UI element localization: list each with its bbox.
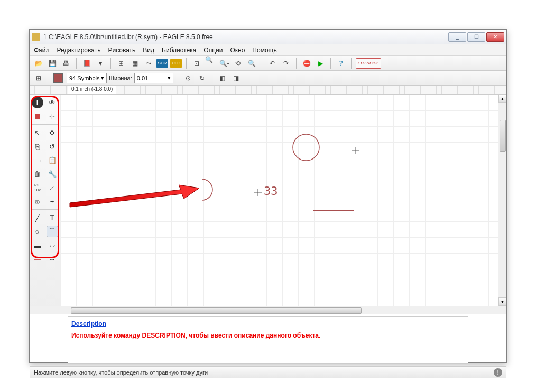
value-tool[interactable]: ⟋: [47, 182, 58, 193]
menu-window[interactable]: Окно: [230, 46, 245, 54]
style2-button[interactable]: ↻: [196, 72, 208, 84]
hscroll-row: [30, 306, 506, 314]
info-tool[interactable]: i: [32, 97, 43, 108]
status-bar: Нажмите левую кнопку, чтобы определить о…: [30, 366, 506, 378]
menu-bar: Файл Редактировать Рисовать Вид Библиоте…: [30, 44, 506, 56]
book-icon[interactable]: 📕: [81, 58, 93, 69]
drawing-canvas[interactable]: 33: [60, 95, 498, 306]
coordinate-display: 0.1 inch (-1.8 0.0): [68, 86, 116, 94]
action-toolbar: 📂 💾 🖶 📕 ▾ ⊞ ▦ ⤳ SCR ULC ⊡ 🔍+ 🔍- ⟲ 🔍 ↶ ↷ …: [30, 56, 506, 71]
scr-button[interactable]: SCR: [156, 59, 168, 68]
description-panel: Description Используйте команду DESCRIPT…: [68, 316, 468, 364]
layers-tool[interactable]: [32, 110, 43, 122]
status-info-icon[interactable]: !: [494, 368, 502, 377]
separator: [330, 58, 331, 69]
align-left-button[interactable]: ◧: [217, 72, 228, 84]
zoom-fit-button[interactable]: ⊡: [191, 58, 202, 69]
zoom-redraw-button[interactable]: ⟲: [232, 58, 244, 69]
hscroll-thumb[interactable]: [71, 307, 362, 314]
grid-button[interactable]: ⊞: [115, 58, 127, 69]
split-tool[interactable]: ÷: [47, 195, 58, 207]
name-tool[interactable]: R210k: [32, 182, 43, 193]
help-button[interactable]: ?: [335, 58, 347, 69]
print-button[interactable]: 🖶: [60, 58, 72, 69]
vertical-scrollbar[interactable]: ▲ ▼: [498, 95, 506, 306]
mark-tool[interactable]: ⊹: [47, 110, 58, 122]
window-controls: _ ☐ ✕: [448, 32, 504, 42]
width-value: 0.01: [137, 75, 148, 81]
show-tool[interactable]: 👁: [47, 97, 58, 108]
miter-tool[interactable]: ⟄: [32, 195, 43, 207]
canvas-svg: [60, 95, 498, 306]
ltc-spice-button[interactable]: LTC SPICE: [356, 58, 381, 69]
stop-button[interactable]: ⛔: [301, 58, 312, 69]
menu-draw[interactable]: Рисовать: [108, 46, 135, 54]
menu-help[interactable]: Помощь: [252, 46, 276, 54]
grid2-button[interactable]: ▦: [129, 58, 141, 69]
maximize-button[interactable]: ☐: [467, 32, 485, 42]
close-button[interactable]: ✕: [486, 32, 504, 42]
arc-tool[interactable]: ⌒: [47, 226, 58, 237]
layer-color-swatch[interactable]: [53, 73, 63, 83]
scroll-thumb[interactable]: [500, 120, 506, 152]
zoom-select-button[interactable]: 🔍: [246, 58, 257, 69]
layer-select[interactable]: 94 Symbols ▾: [67, 73, 107, 83]
separator: [49, 73, 49, 83]
polygon-tool[interactable]: ▱: [47, 239, 58, 251]
minimize-button[interactable]: _: [448, 32, 466, 42]
rect-tool[interactable]: ▬: [32, 239, 43, 251]
delete-tool[interactable]: 🗑: [32, 168, 43, 180]
dimension-tool[interactable]: ↔: [47, 253, 58, 265]
zoom-in-button[interactable]: 🔍+: [205, 58, 216, 69]
scroll-up-arrow[interactable]: ▲: [498, 95, 506, 103]
ruler: 0.1 inch (-1.8 0.0): [30, 86, 506, 95]
menu-library[interactable]: Библиотека: [162, 46, 196, 54]
horizontal-scrollbar[interactable]: [60, 306, 506, 314]
grid-toggle-button[interactable]: ⊞: [33, 72, 44, 84]
separator: [296, 58, 297, 69]
pin-tool[interactable]: —: [32, 253, 43, 265]
divider: [32, 124, 58, 125]
chevron-down-icon[interactable]: ▾: [95, 58, 106, 69]
parameter-toolbar: ⊞ 94 Symbols ▾ Ширина: 0.01 ▾ ⊙ ↻ ◧ ◨: [30, 71, 506, 86]
app-icon: [32, 33, 40, 41]
change-tool[interactable]: 🔧: [47, 168, 58, 180]
work-area: i 👁 ⊹ ↖ ✥ ⎘ ↺ ▭ 📋 🗑 🔧 R210k ⟋ ⟄ ÷: [30, 95, 506, 306]
undo-button[interactable]: ↶: [266, 58, 278, 69]
description-link[interactable]: Description: [71, 320, 465, 328]
wire-tool[interactable]: ╱: [32, 212, 43, 223]
group-tool[interactable]: ▭: [32, 154, 43, 166]
ulc-button[interactable]: ULC: [170, 59, 182, 68]
select-tool[interactable]: ↖: [32, 127, 43, 138]
align-right-button[interactable]: ◨: [230, 72, 242, 84]
go-button[interactable]: ▶: [315, 58, 326, 69]
menu-file[interactable]: Файл: [34, 46, 50, 54]
description-body: Используйте команду DESCRIPTION, чтобы в…: [71, 332, 465, 339]
copy-tool[interactable]: ⎘: [32, 141, 43, 152]
menu-edit[interactable]: Редактировать: [57, 46, 101, 54]
separator: [76, 58, 77, 69]
zoom-out-button[interactable]: 🔍-: [218, 58, 230, 69]
redo-button[interactable]: ↷: [280, 58, 292, 69]
paste-tool[interactable]: 📋: [47, 154, 58, 166]
circle-tool[interactable]: ○: [32, 226, 43, 237]
divider: [32, 209, 58, 210]
separator: [186, 58, 187, 69]
scroll-down-arrow[interactable]: ▼: [498, 297, 506, 306]
width-select[interactable]: 0.01 ▾: [134, 73, 173, 83]
style1-button[interactable]: ⊙: [182, 72, 194, 84]
move-tool[interactable]: ✥: [47, 127, 58, 138]
open-button[interactable]: 📂: [33, 58, 44, 69]
app-window: 1 C:\EAGLE 8.5.0\lbr\untitled.lbr (R.sym…: [29, 29, 507, 363]
save-button[interactable]: 💾: [47, 58, 58, 69]
menu-view[interactable]: Вид: [143, 46, 154, 54]
title-bar: 1 C:\EAGLE 8.5.0\lbr\untitled.lbr (R.sym…: [30, 30, 506, 44]
rotate-tool[interactable]: ↺: [47, 141, 58, 152]
route-button[interactable]: ⤳: [143, 58, 154, 69]
text-tool[interactable]: T: [47, 212, 58, 223]
menu-options[interactable]: Опции: [204, 46, 223, 54]
separator: [351, 58, 352, 69]
width-label: Ширина:: [109, 75, 132, 81]
separator: [212, 73, 212, 83]
tool-palette: i 👁 ⊹ ↖ ✥ ⎘ ↺ ▭ 📋 🗑 🔧 R210k ⟋ ⟄ ÷: [30, 95, 60, 306]
